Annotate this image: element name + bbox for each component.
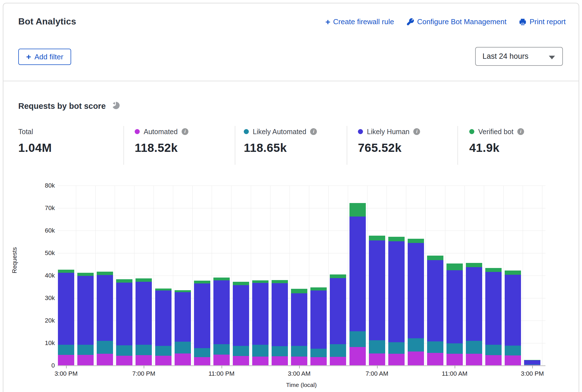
bar-segment-likely-automated [369, 340, 385, 353]
bar-segment-verified-bot [408, 239, 424, 243]
bar-segment-likely-automated [136, 345, 152, 355]
x-tick-label: 7:00 PM [121, 370, 166, 377]
create-firewall-rule-link[interactable]: + Create firewall rule [325, 17, 394, 26]
x-tick-mark [66, 366, 67, 368]
bar-column-23[interactable] [505, 186, 521, 366]
bar-segment-verified-bot [524, 360, 540, 360]
bar-segment-likely-human [252, 283, 269, 345]
info-icon[interactable]: i [413, 128, 420, 135]
bar-column-13[interactable] [310, 186, 327, 366]
bar-column-17[interactable] [388, 186, 405, 366]
bar-segment-likely-automated [310, 349, 327, 357]
stat-automated-value: 118.52k [135, 141, 188, 155]
v-gridline [328, 186, 329, 366]
stat-divider [123, 126, 124, 165]
y-tick-label: 80k [32, 182, 55, 189]
y-tick-label: 10k [32, 339, 55, 347]
bar-segment-likely-automated [524, 364, 540, 365]
x-axis-line [58, 365, 545, 366]
x-tick-mark [532, 366, 533, 368]
bar-column-1[interactable] [77, 186, 94, 366]
verified-bot-legend-dot [469, 129, 474, 134]
chevron-down-icon [549, 56, 555, 59]
stat-verified-bot-label: Verified bot [478, 128, 513, 136]
bar-segment-likely-automated [97, 341, 113, 354]
likely-human-legend-dot [358, 129, 363, 134]
bar-column-20[interactable] [446, 186, 463, 366]
bar-column-6[interactable] [175, 186, 191, 366]
bar-segment-likely-automated [505, 346, 521, 355]
bar-segment-likely-human [369, 240, 385, 340]
bar-segment-verified-bot [330, 274, 346, 278]
v-gridline [464, 186, 465, 366]
add-filter-button[interactable]: + Add filter [18, 49, 71, 65]
bar-column-22[interactable] [485, 186, 502, 366]
x-tick-mark [299, 366, 300, 368]
bar-column-12[interactable] [291, 186, 307, 366]
bar-segment-verified-bot [155, 289, 172, 290]
bar-segment-automated [330, 357, 346, 366]
info-icon[interactable]: i [182, 128, 188, 135]
y-tick-label: 40k [32, 272, 55, 279]
print-report-link[interactable]: Print report [519, 17, 566, 26]
bar-column-10[interactable] [252, 186, 269, 366]
bar-column-7[interactable] [194, 186, 210, 366]
stat-likely-automated-value: 118.65k [244, 141, 317, 155]
bar-segment-automated [291, 357, 307, 366]
y-axis-title: Requests [11, 247, 18, 273]
bar-column-14[interactable] [330, 186, 346, 366]
bar-segment-automated [175, 353, 191, 366]
bar-segment-verified-bot [233, 282, 249, 285]
bar-segment-likely-human [77, 276, 94, 345]
bar-segment-verified-bot [58, 270, 74, 272]
info-icon[interactable]: i [517, 128, 524, 135]
bar-segment-likely-automated [427, 341, 443, 353]
bar-segment-likely-automated [349, 331, 366, 347]
x-tick-label: 3:00 AM [277, 370, 322, 377]
bar-column-2[interactable] [97, 186, 113, 366]
plus-icon: + [26, 53, 31, 61]
bar-column-24[interactable] [524, 186, 540, 366]
time-range-dropdown[interactable]: Last 24 hours [475, 47, 563, 66]
bar-segment-automated [136, 355, 152, 366]
bar-segment-automated [233, 356, 249, 366]
bar-segment-likely-human [175, 292, 191, 342]
bar-column-18[interactable] [408, 186, 424, 366]
bar-segment-likely-human [291, 293, 307, 346]
stat-divider [235, 126, 235, 165]
stat-likely-automated-label: Likely Automated [253, 128, 306, 136]
bar-column-19[interactable] [427, 186, 443, 366]
x-tick-mark [222, 366, 222, 368]
bar-segment-likely-human [466, 267, 482, 341]
bar-column-9[interactable] [233, 186, 249, 366]
bar-column-11[interactable] [272, 186, 288, 366]
v-gridline [290, 186, 290, 366]
bar-segment-likely-automated [116, 345, 132, 356]
bar-segment-verified-bot [310, 287, 327, 290]
bar-segment-likely-human [524, 360, 540, 364]
v-gridline [173, 186, 173, 366]
info-icon[interactable]: i [310, 128, 317, 135]
bar-column-4[interactable] [136, 186, 152, 366]
bar-column-15[interactable] [349, 186, 366, 366]
bar-segment-likely-automated [77, 345, 94, 355]
create-firewall-rule-label: Create firewall rule [333, 17, 394, 26]
section-title-row: Requests by bot score [18, 101, 120, 111]
bar-column-21[interactable] [466, 186, 482, 366]
y-tick-label: 0 [32, 362, 55, 369]
bar-column-3[interactable] [116, 186, 132, 366]
x-axis-title: Time (local) [286, 382, 317, 388]
x-tick-label: 7:00 AM [355, 370, 400, 377]
bar-column-16[interactable] [369, 186, 385, 366]
bar-segment-automated [77, 355, 94, 366]
bar-segment-likely-human [213, 280, 230, 344]
configure-bot-management-link[interactable]: Configure Bot Management [406, 17, 506, 26]
v-gridline [542, 186, 542, 366]
bar-segment-automated [58, 355, 74, 366]
bar-segment-verified-bot [252, 280, 269, 283]
y-tick-label: 30k [32, 294, 55, 302]
bar-column-0[interactable] [58, 186, 74, 366]
bar-column-5[interactable] [155, 186, 172, 366]
bar-column-8[interactable] [213, 186, 230, 366]
v-gridline [445, 186, 445, 366]
